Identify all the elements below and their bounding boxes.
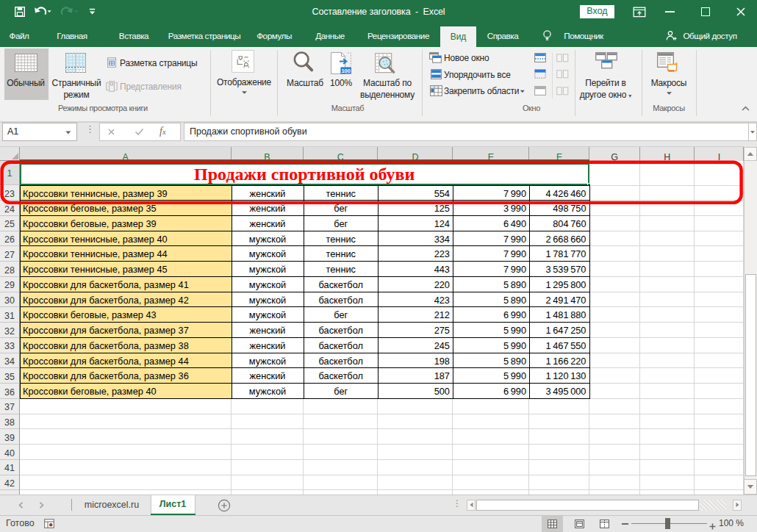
svg-text:100: 100 bbox=[341, 68, 351, 74]
